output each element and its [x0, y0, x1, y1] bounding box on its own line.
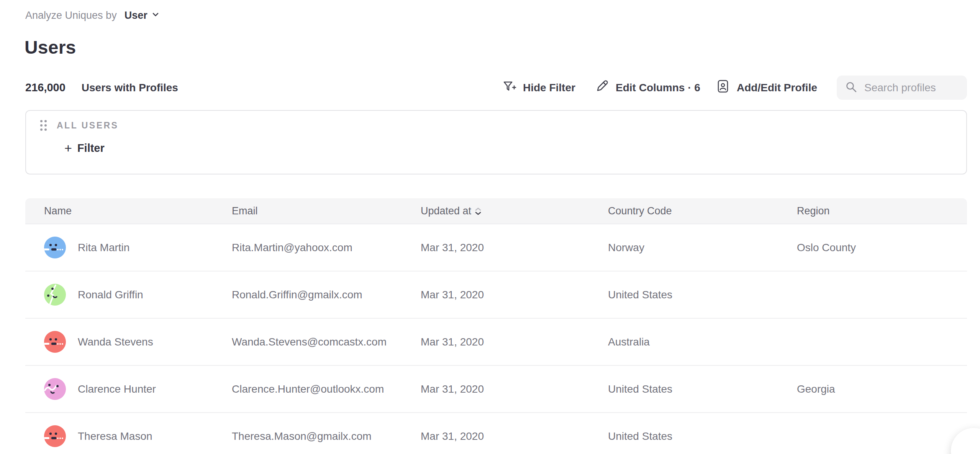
avatar [44, 425, 66, 447]
add-edit-profile-button[interactable]: Add/Edit Profile [716, 76, 817, 100]
chevron-down-icon [151, 9, 160, 21]
cell-updated-at: Mar 31, 2020 [421, 336, 608, 348]
column-header-name[interactable]: Name [44, 205, 232, 217]
hide-filter-label: Hide Filter [523, 82, 575, 94]
users-count-label: Users with Profiles [82, 82, 178, 94]
page-title: Users [25, 37, 76, 58]
cell-region: Georgia [797, 383, 967, 395]
edit-columns-label: Edit Columns · 6 [616, 82, 700, 94]
users-count-row: 216,000 Users with Profiles [25, 76, 178, 100]
avatar [44, 284, 66, 306]
analyze-uniques-value: User [125, 10, 147, 21]
profile-badge-icon [716, 79, 730, 96]
cell-email: Clarence.Hunter@outlookx.com [232, 383, 421, 395]
cell-country-code: United States [608, 383, 797, 395]
cell-country-code: Australia [608, 336, 797, 348]
cell-country-code: United States [608, 430, 797, 442]
users-count: 216,000 [25, 81, 66, 94]
cell-updated-at: Mar 31, 2020 [421, 430, 608, 442]
avatar [44, 237, 66, 258]
column-header-region[interactable]: Region [797, 205, 967, 217]
cell-name: Clarence Hunter [44, 378, 232, 400]
search-profiles-box[interactable] [837, 76, 967, 100]
avatar [44, 331, 66, 353]
analyze-uniques-selector[interactable]: User [125, 9, 160, 21]
table-row[interactable]: Wanda Stevens Wanda.Stevens@comcastx.com… [25, 318, 967, 365]
column-header-updated-at[interactable]: Updated at [421, 205, 608, 217]
cell-email: Wanda.Stevens@comcastx.com [232, 336, 421, 348]
column-header-email[interactable]: Email [232, 205, 421, 217]
cell-name: Ronald Griffin [44, 284, 232, 306]
cell-updated-at: Mar 31, 2020 [421, 383, 608, 395]
pencil-icon [595, 79, 609, 96]
search-profiles-input[interactable] [864, 82, 959, 94]
cell-updated-at: Mar 31, 2020 [421, 242, 608, 254]
funnel-plus-icon [502, 79, 516, 96]
add-filter-label: Filter [77, 142, 105, 155]
sort-chevrons-icon [475, 207, 481, 215]
cell-name: Wanda Stevens [44, 331, 232, 353]
table-row[interactable]: Rita Martin Rita.Martin@yahoox.com Mar 3… [25, 224, 967, 271]
table-header: Name Email Updated at Country Code Regio… [25, 198, 967, 224]
add-filter-button[interactable]: + Filter [64, 141, 105, 155]
filter-panel: ALL USERS + Filter [25, 110, 967, 174]
edit-columns-button[interactable]: Edit Columns · 6 [595, 76, 700, 100]
add-edit-profile-label: Add/Edit Profile [737, 82, 817, 94]
cell-name: Rita Martin [44, 237, 232, 258]
analyze-uniques-bar: Analyze Uniques by User [25, 9, 160, 21]
cell-email: Ronald.Griffin@gmailx.com [232, 289, 421, 301]
plus-icon: + [64, 141, 72, 155]
cell-name: Theresa Mason [44, 425, 232, 447]
analyze-uniques-label: Analyze Uniques by [25, 10, 117, 21]
table-row[interactable]: Theresa Mason Theresa.Mason@gmailx.com M… [25, 412, 967, 454]
table-row[interactable]: Clarence Hunter Clarence.Hunter@outlookx… [25, 365, 967, 412]
cell-email: Theresa.Mason@gmailx.com [232, 430, 421, 442]
drag-handle-icon[interactable] [40, 120, 47, 131]
cell-region: Oslo County [797, 242, 967, 254]
filter-group-label: ALL USERS [57, 120, 118, 131]
cell-country-code: Norway [608, 242, 797, 254]
cell-country-code: United States [608, 289, 797, 301]
cell-updated-at: Mar 31, 2020 [421, 289, 608, 301]
cell-email: Rita.Martin@yahoox.com [232, 242, 421, 254]
column-header-country-code[interactable]: Country Code [608, 205, 797, 217]
hide-filter-button[interactable]: Hide Filter [502, 76, 575, 100]
search-icon [845, 81, 857, 95]
users-table: Name Email Updated at Country Code Regio… [25, 198, 967, 454]
table-row[interactable]: Ronald Griffin Ronald.Griffin@gmailx.com… [25, 271, 967, 318]
filter-group-header: ALL USERS [40, 120, 118, 131]
avatar [44, 378, 66, 400]
